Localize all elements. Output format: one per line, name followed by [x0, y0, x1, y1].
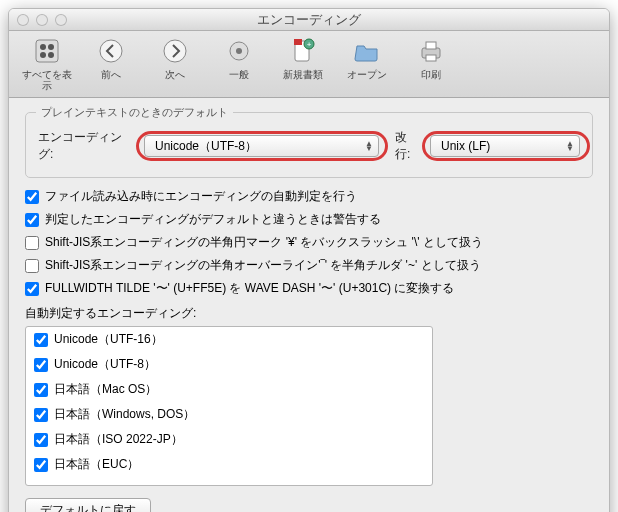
- option-label: Shift-JIS系エンコーディングの半角円マーク '¥' をバックスラッシュ …: [45, 234, 483, 251]
- titlebar: エンコーディング: [9, 9, 609, 31]
- list-item[interactable]: 日本語（Windows, DOS）: [26, 402, 432, 427]
- reset-defaults-button[interactable]: デフォルトに戻す: [25, 498, 151, 512]
- linebreak-select-wrap: Unix (LF) ▲▼: [430, 135, 580, 157]
- defaults-group: プレインテキストのときのデフォルト エンコーディング: Unicode（UTF-…: [25, 112, 593, 178]
- option-row-4: FULLWIDTH TILDE '〜' (U+FF5E) を WAVE DASH…: [25, 280, 593, 297]
- encoding-checkbox-5[interactable]: [34, 458, 48, 472]
- group-title: プレインテキストのときのデフォルト: [36, 105, 233, 120]
- svg-point-2: [48, 44, 54, 50]
- encoding-item-label: Unicode（UTF-16）: [54, 331, 163, 348]
- toolbar-label: 印刷: [421, 69, 441, 80]
- toolbar-label: すべてを表示: [19, 69, 75, 91]
- newdoc-icon: +: [287, 35, 319, 67]
- option-checkbox-3[interactable]: [25, 259, 39, 273]
- list-item[interactable]: 日本語（EUC）: [26, 452, 432, 477]
- svg-point-1: [40, 44, 46, 50]
- toolbar-item-0[interactable]: すべてを表示: [19, 35, 75, 91]
- toolbar-label: 一般: [229, 69, 249, 80]
- encoding-item-label: 日本語（Mac OS）: [54, 381, 157, 398]
- option-checkbox-2[interactable]: [25, 236, 39, 250]
- window-title: エンコーディング: [9, 11, 609, 29]
- gear-icon: [223, 35, 255, 67]
- svg-point-4: [48, 52, 54, 58]
- encoding-select[interactable]: Unicode（UTF-8）: [144, 135, 379, 157]
- option-checkbox-1[interactable]: [25, 213, 39, 227]
- option-label: ファイル読み込み時にエンコーディングの自動判定を行う: [45, 188, 357, 205]
- svg-rect-10: [294, 39, 302, 45]
- toolbar-label: 新規書類: [283, 69, 323, 80]
- option-row-3: Shift-JIS系エンコーディングの半角オーバーライン'‾' を半角チルダ '…: [25, 257, 593, 274]
- option-label: 判定したエンコーディングがデフォルトと違うときは警告する: [45, 211, 381, 228]
- folder-icon: [351, 35, 383, 67]
- encoding-item-label: 日本語（EUC）: [54, 456, 139, 473]
- toolbar: すべてを表示前へ次へ一般+新規書類オープン印刷: [9, 31, 609, 98]
- encoding-checkbox-4[interactable]: [34, 433, 48, 447]
- encoding-listbox[interactable]: Unicode（UTF-16）Unicode（UTF-8）日本語（Mac OS）…: [25, 326, 433, 486]
- encoding-item-label: 日本語（Windows, DOS）: [54, 406, 195, 423]
- option-row-0: ファイル読み込み時にエンコーディングの自動判定を行う: [25, 188, 593, 205]
- encoding-checkbox-1[interactable]: [34, 358, 48, 372]
- option-label: Shift-JIS系エンコーディングの半角オーバーライン'‾' を半角チルダ '…: [45, 257, 481, 274]
- list-item[interactable]: Unicode（UTF-8）: [26, 352, 432, 377]
- encoding-checkbox-2[interactable]: [34, 383, 48, 397]
- encoding-list-label: 自動判定するエンコーディング:: [25, 305, 593, 322]
- toolbar-item-5[interactable]: オープン: [339, 35, 395, 91]
- toolbar-item-6[interactable]: 印刷: [403, 35, 459, 91]
- toolbar-item-3[interactable]: 一般: [211, 35, 267, 91]
- svg-text:+: +: [307, 40, 312, 49]
- toolbar-label: 前へ: [101, 69, 121, 80]
- svg-rect-0: [36, 40, 58, 62]
- encoding-checkbox-3[interactable]: [34, 408, 48, 422]
- options-checkboxes: ファイル読み込み時にエンコーディングの自動判定を行う判定したエンコーディングがデ…: [25, 188, 593, 297]
- list-item[interactable]: 日本語（Mac OS）: [26, 377, 432, 402]
- svg-point-8: [236, 48, 242, 54]
- svg-point-5: [100, 40, 122, 62]
- svg-rect-14: [426, 42, 436, 49]
- back-icon: [95, 35, 127, 67]
- list-item[interactable]: Unicode（UTF-16）: [26, 327, 432, 352]
- option-checkbox-0[interactable]: [25, 190, 39, 204]
- grid-icon: [31, 35, 63, 67]
- svg-rect-15: [426, 55, 436, 61]
- option-row-2: Shift-JIS系エンコーディングの半角円マーク '¥' をバックスラッシュ …: [25, 234, 593, 251]
- forward-icon: [159, 35, 191, 67]
- toolbar-label: 次へ: [165, 69, 185, 80]
- list-item[interactable]: 日本語（ISO 2022-JP）: [26, 427, 432, 452]
- linebreak-select[interactable]: Unix (LF): [430, 135, 580, 157]
- option-checkbox-4[interactable]: [25, 282, 39, 296]
- printer-icon: [415, 35, 447, 67]
- encoding-item-label: 日本語（ISO 2022-JP）: [54, 431, 183, 448]
- toolbar-item-4[interactable]: +新規書類: [275, 35, 331, 91]
- preferences-window: エンコーディング すべてを表示前へ次へ一般+新規書類オープン印刷 プレインテキス…: [8, 8, 610, 512]
- encoding-item-label: Unicode（UTF-8）: [54, 356, 156, 373]
- toolbar-item-2[interactable]: 次へ: [147, 35, 203, 91]
- toolbar-label: オープン: [347, 69, 387, 80]
- encoding-checkbox-0[interactable]: [34, 333, 48, 347]
- encoding-label: エンコーディング:: [38, 129, 136, 163]
- svg-point-6: [164, 40, 186, 62]
- encoding-select-wrap: Unicode（UTF-8） ▲▼: [144, 135, 379, 157]
- option-label: FULLWIDTH TILDE '〜' (U+FF5E) を WAVE DASH…: [45, 280, 454, 297]
- defaults-row: エンコーディング: Unicode（UTF-8） ▲▼ 改行: Unix (LF…: [38, 129, 580, 163]
- option-row-1: 判定したエンコーディングがデフォルトと違うときは警告する: [25, 211, 593, 228]
- toolbar-item-1[interactable]: 前へ: [83, 35, 139, 91]
- svg-point-3: [40, 52, 46, 58]
- linebreak-label: 改行:: [395, 129, 422, 163]
- content: プレインテキストのときのデフォルト エンコーディング: Unicode（UTF-…: [9, 98, 609, 512]
